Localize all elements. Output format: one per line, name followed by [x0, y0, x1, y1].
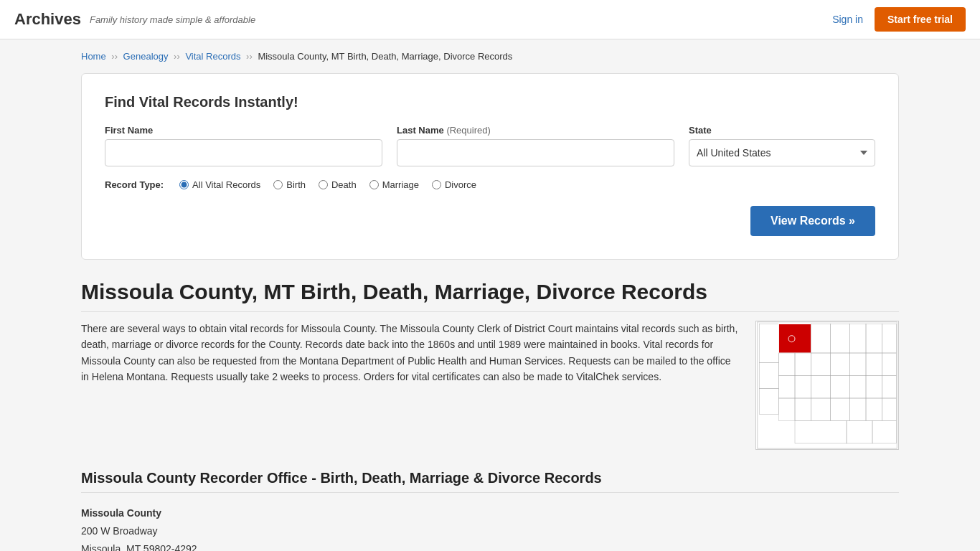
svg-rect-0	[758, 322, 897, 448]
radio-all-vital-records[interactable]: All Vital Records	[179, 179, 260, 190]
name-fields-row: First Name Last Name (Required) State Al…	[105, 125, 875, 166]
last-name-input[interactable]	[397, 139, 674, 166]
last-name-label: Last Name (Required)	[397, 125, 674, 136]
radio-birth[interactable]: Birth	[273, 179, 306, 190]
breadcrumb-sep-3: ››	[246, 51, 255, 62]
description-text: There are several ways to obtain vital r…	[81, 321, 738, 450]
record-type-label: Record Type:	[105, 179, 164, 190]
first-name-group: First Name	[105, 125, 382, 166]
recorder-section-heading: Missoula County Recorder Office - Birth,…	[81, 470, 899, 493]
required-note: (Required)	[446, 125, 490, 136]
sign-in-link[interactable]: Sign in	[832, 14, 863, 25]
view-records-button[interactable]: View Records »	[750, 206, 875, 236]
svg-point-5	[788, 336, 795, 342]
state-group: State All United States	[689, 125, 875, 166]
breadcrumb: Home ›› Genealogy ›› Vital Records ›› Mi…	[81, 51, 899, 62]
header-right: Sign in Start free trial	[832, 7, 966, 32]
state-select[interactable]: All United States	[689, 139, 875, 166]
search-card: Find Vital Records Instantly! First Name…	[81, 73, 899, 260]
radio-divorce[interactable]: Divorce	[432, 179, 476, 190]
office-name: Missoula County	[81, 504, 899, 522]
radio-death[interactable]: Death	[319, 179, 357, 190]
office-info: Missoula County 200 W Broadway Missoula,…	[81, 504, 899, 551]
site-logo: Archives	[14, 10, 81, 29]
start-trial-button[interactable]: Start free trial	[875, 7, 966, 32]
map-svg	[756, 321, 898, 450]
state-label: State	[689, 125, 875, 136]
radio-marriage[interactable]: Marriage	[369, 179, 419, 190]
record-type-row: Record Type: All Vital Records Birth Dea…	[105, 179, 875, 190]
site-header: Archives Family history made simple & af…	[0, 0, 980, 39]
breadcrumb-sep-2: ››	[174, 51, 182, 62]
search-card-title: Find Vital Records Instantly!	[105, 94, 875, 110]
breadcrumb-sep-1: ››	[111, 51, 120, 62]
state-map	[755, 321, 899, 450]
main-content: Home ›› Genealogy ›› Vital Records ›› Mi…	[67, 39, 913, 551]
breadcrumb-home[interactable]: Home	[81, 51, 106, 62]
breadcrumb-current: Missoula County, MT Birth, Death, Marria…	[258, 51, 512, 62]
content-section: There are several ways to obtain vital r…	[81, 321, 899, 450]
breadcrumb-vital-records[interactable]: Vital Records	[185, 51, 240, 62]
view-records-row: View Records »	[105, 206, 875, 236]
page-title: Missoula County, MT Birth, Death, Marria…	[81, 280, 899, 312]
office-address2: Missoula, MT 59802-4292	[81, 540, 899, 551]
last-name-group: Last Name (Required)	[397, 125, 674, 166]
header-left: Archives Family history made simple & af…	[14, 10, 255, 29]
office-address1: 200 W Broadway	[81, 522, 899, 540]
first-name-label: First Name	[105, 125, 382, 136]
first-name-input[interactable]	[105, 139, 382, 166]
logo-text: Archives	[14, 10, 81, 28]
site-tagline: Family history made simple & affordable	[90, 14, 255, 25]
breadcrumb-genealogy[interactable]: Genealogy	[123, 51, 169, 62]
